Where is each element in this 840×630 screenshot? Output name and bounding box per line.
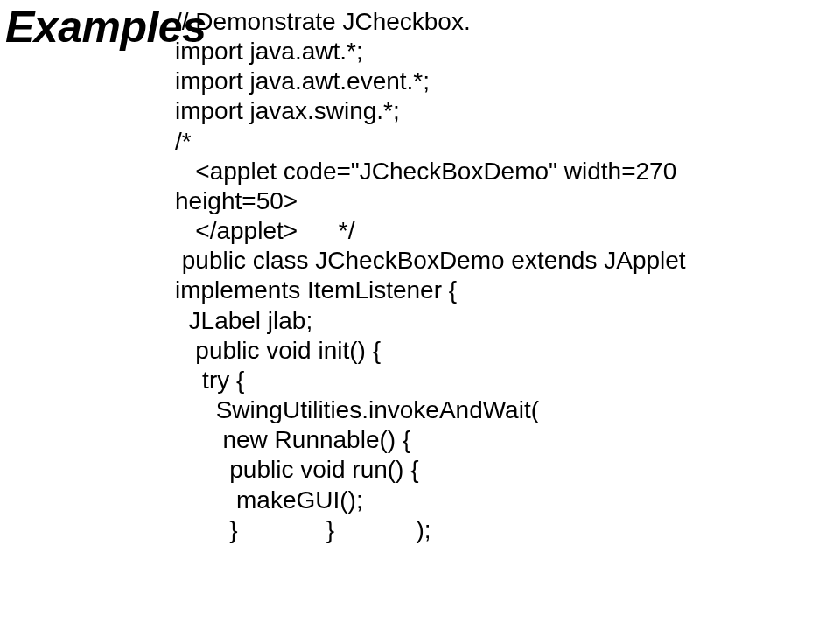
code-block: // Demonstrate JCheckbox. import java.aw…: [175, 7, 744, 545]
slide: Examples // Demonstrate JCheckbox. impor…: [0, 0, 840, 630]
